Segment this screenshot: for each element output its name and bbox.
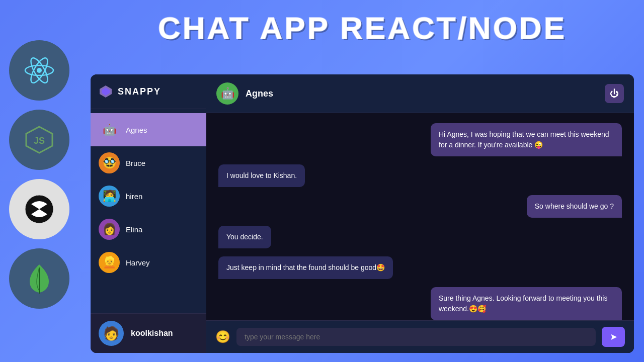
message-bubble-6: Sure thing Agnes. Looking forward to mee… <box>431 287 622 320</box>
contact-avatar-elina: 👩 <box>99 219 120 240</box>
message-row-4: You decide. <box>218 226 622 248</box>
chat-header-avatar: 🤖 <box>216 82 238 105</box>
page-title: CHAT APP REACT/NODE <box>91 10 634 46</box>
current-user-avatar: 🧑 <box>99 321 124 346</box>
contact-list: 🤖 Agnes 🥸 Bruce 🧑‍💻 hiren 👩 Elina 👱 Harv… <box>91 109 206 313</box>
sidebar-brand-name: SNAPPY <box>118 86 161 97</box>
message-row-3: So where should we go ? <box>218 195 622 218</box>
message-bubble-3: So where should we go ? <box>527 195 622 218</box>
chat-area: 🤖 Agnes ⏻ Hi Agnes, I was hoping that we… <box>206 74 634 353</box>
message-row-6: Sure thing Agnes. Looking forward to mee… <box>218 287 622 320</box>
contact-item-bruce[interactable]: 🥸 Bruce <box>91 146 206 179</box>
contact-name-agnes: Agnes <box>126 126 147 134</box>
contact-avatar-agnes: 🤖 <box>99 119 120 140</box>
message-bubble-5: Just keep in mind that the found should … <box>218 256 393 279</box>
sidebar-header: SNAPPY <box>91 74 206 109</box>
message-row-1: Hi Agnes, I was hoping that we can meet … <box>218 123 622 156</box>
snappy-logo-icon <box>99 84 113 99</box>
contact-avatar-hiren: 🧑‍💻 <box>99 186 120 207</box>
contact-name-bruce: Bruce <box>126 159 145 167</box>
contact-item-hiren[interactable]: 🧑‍💻 hiren <box>91 179 206 213</box>
sidebar: SNAPPY 🤖 Agnes 🥸 Bruce 🧑‍💻 hiren 👩 Elina… <box>91 74 206 353</box>
chat-header: 🤖 Agnes ⏻ <box>206 74 634 113</box>
current-user-panel: 🧑 koolkishan <box>91 313 206 353</box>
socketio-icon-circle <box>9 179 69 239</box>
contact-item-elina[interactable]: 👩 Elina <box>91 213 206 246</box>
message-bubble-2: I would love to Kishan. <box>218 164 305 187</box>
send-icon: ➤ <box>610 331 617 342</box>
power-icon: ⏻ <box>610 88 619 99</box>
contact-avatar-bruce: 🥸 <box>99 152 120 173</box>
mongodb-svg-icon <box>27 262 52 295</box>
socketio-svg-icon <box>24 194 54 224</box>
contact-item-harvey[interactable]: 👱 Harvey <box>91 246 206 279</box>
chat-header-name: Agnes <box>246 88 273 99</box>
message-input-area: 😊 ➤ <box>206 320 634 353</box>
contact-item-agnes[interactable]: 🤖 Agnes <box>91 113 206 146</box>
svg-text:JS: JS <box>34 136 45 146</box>
messages-container: Hi Agnes, I was hoping that we can meet … <box>206 113 634 320</box>
send-button[interactable]: ➤ <box>602 327 625 347</box>
react-icon-circle <box>9 40 69 101</box>
message-row-5: Just keep in mind that the found should … <box>218 256 622 279</box>
mongodb-icon-circle <box>9 248 69 309</box>
message-row-2: I would love to Kishan. <box>218 164 622 187</box>
contact-name-elina: Elina <box>126 225 142 234</box>
react-svg-icon <box>23 54 55 86</box>
chat-application: SNAPPY 🤖 Agnes 🥸 Bruce 🧑‍💻 hiren 👩 Elina… <box>91 74 634 353</box>
nodejs-icon-circle: JS <box>9 110 69 170</box>
contact-name-harvey: Harvey <box>126 258 150 267</box>
logout-button[interactable]: ⏻ <box>605 84 624 103</box>
message-bubble-1: Hi Agnes, I was hoping that we can meet … <box>431 123 622 156</box>
svg-point-0 <box>37 68 42 73</box>
chat-header-left: 🤖 Agnes <box>216 82 273 105</box>
message-input[interactable] <box>236 328 596 346</box>
current-user-name: koolkishan <box>131 329 173 338</box>
side-icons-panel: JS <box>9 40 69 309</box>
nodejs-svg-icon: JS <box>23 124 55 156</box>
contact-name-hiren: hiren <box>126 192 142 201</box>
message-bubble-4: You decide. <box>218 226 271 248</box>
contact-avatar-harvey: 👱 <box>99 252 120 273</box>
emoji-button[interactable]: 😊 <box>215 330 230 344</box>
